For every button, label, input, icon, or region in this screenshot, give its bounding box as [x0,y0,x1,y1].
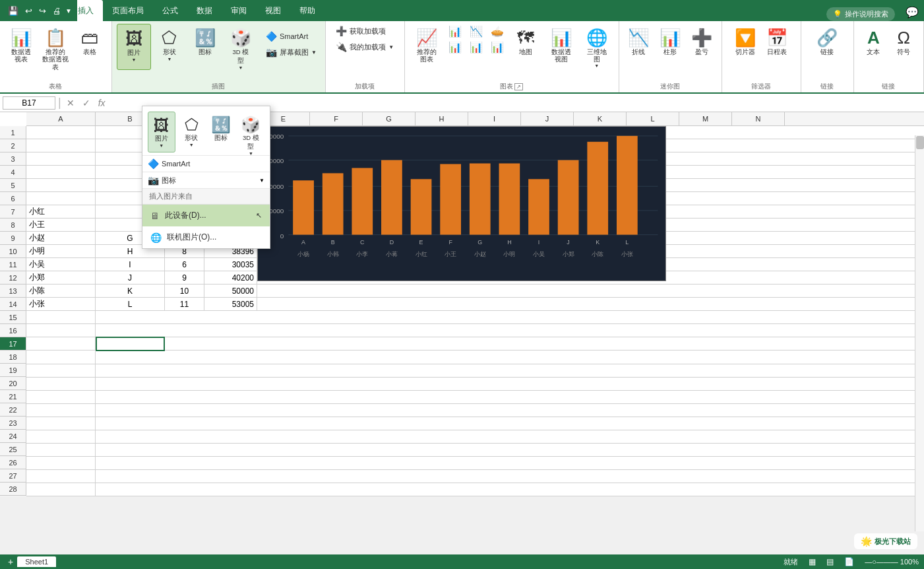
row-header-16[interactable]: 16 [0,324,26,337]
row-header-4[interactable]: 4 [0,166,26,179]
cell-rest-17[interactable] [165,337,924,351]
cell-A12[interactable]: 小郑 [26,271,96,284]
cell-D11[interactable]: 30035 [204,258,257,271]
save-icon[interactable]: 💾 [5,5,21,17]
table-button[interactable]: 🗃 表格 [73,24,106,70]
cell-A16[interactable] [26,324,96,337]
col-header-H[interactable]: H [416,112,468,125]
ribbon-tab-layout[interactable]: 页面布局 [103,0,153,21]
row-header-12[interactable]: 12 [0,271,26,284]
cell-rest-15[interactable] [96,311,924,324]
row-header-19[interactable]: 19 [0,364,26,377]
comment-icon[interactable]: 💬 [900,3,924,21]
recommend-pivot-button[interactable]: 📋 推荐的数据透视表 [39,24,72,70]
row-header-10[interactable]: 10 [0,245,26,258]
row-header-9[interactable]: 9 [0,232,26,245]
row-header-18[interactable]: 18 [0,351,26,364]
chart-container[interactable]: 40000 30000 20000 10000 0 [257,126,666,281]
insert-function-icon[interactable]: fx [96,98,108,108]
cell-A4[interactable] [26,166,96,179]
panel-3dmodel-button[interactable]: 🎲 3D 模型 ▼ [237,112,264,152]
cell-C14[interactable]: 11 [165,298,204,311]
row-header-26[interactable]: 26 [0,456,26,469]
text-button[interactable]: A 文本 [859,24,888,70]
3d-map-button[interactable]: 🌐 三维地图 ▼ [580,24,614,70]
bar-chart-button[interactable]: 📊 [445,24,465,39]
pivot-table-button[interactable]: 📊 数据透视表 [5,24,38,70]
search-box[interactable]: 💡 操作说明搜索 [826,7,895,21]
view-page[interactable]: 📄 [844,557,854,566]
col-header-J[interactable]: J [521,112,574,125]
panel-screenshot-label[interactable]: 图标 [162,176,176,185]
pie-chart-button[interactable]: 🥧 [487,24,507,39]
row-header-6[interactable]: 6 [0,192,26,205]
cell-C11[interactable]: 6 [165,258,204,271]
view-normal[interactable]: ▦ [809,557,816,566]
cell-A17[interactable] [26,337,96,351]
sub-menu-item-device[interactable]: 🖥 此设备(D)... ↖ [142,205,270,226]
cell-A5[interactable] [26,179,96,192]
cell-C12[interactable]: 9 [165,271,204,284]
col-header-A[interactable]: A [26,112,96,125]
cell-A15[interactable] [26,311,96,324]
row-header-8[interactable]: 8 [0,218,26,232]
cell-A11[interactable]: 小吴 [26,258,96,271]
winloss-sparkline-button[interactable]: ➕ 盈亏 [687,24,716,70]
row-header-27[interactable]: 27 [0,469,26,483]
link-button[interactable]: 🔗 链接 [810,24,844,70]
cell-A14[interactable]: 小张 [26,298,96,311]
undo-icon[interactable]: ↩ [22,5,35,17]
scatter-chart-button[interactable]: 📊 [445,40,465,55]
cell-A6[interactable] [26,192,96,205]
3d-model-button[interactable]: 🎲 3D 模型 ▼ [224,24,258,70]
ribbon-tab-review[interactable]: 审阅 [222,0,256,21]
other-chart-button[interactable]: 📊 [487,40,507,55]
column-sparkline-button[interactable]: 📊 柱形 [656,24,685,70]
row-header-3[interactable]: 3 [0,152,26,166]
picture-button[interactable]: 🖼 图片 ▼ [117,24,151,70]
row-header-13[interactable]: 13 [0,284,26,298]
col-header-K[interactable]: K [574,112,627,125]
sheet-tab-1[interactable]: Sheet1 [17,556,56,567]
panel-shapes-button[interactable]: ⬠ 形状 ▼ [178,112,205,152]
cell-A7[interactable]: 小红 [26,205,96,218]
col-header-I[interactable]: I [468,112,521,125]
line-sparkline-button[interactable]: 📉 折线 [624,24,653,70]
cell-A2[interactable] [26,139,96,152]
pivot-chart-button[interactable]: 📊 数据透视图 [544,24,578,70]
ribbon-tab-view[interactable]: 视图 [256,0,290,21]
symbol-button[interactable]: Ω 符号 [889,24,918,70]
row-header-17[interactable]: 17 [0,337,26,351]
shapes-button[interactable]: ⬠ 形状 ▼ [152,24,187,70]
icons-button[interactable]: 🔣 图标 [188,24,222,70]
cell-D13[interactable]: 50000 [204,284,257,298]
timeline-button[interactable]: 📅 日程表 [762,24,791,70]
col-header-G[interactable]: G [363,112,416,125]
col-header-L[interactable]: L [627,112,679,125]
row-header-2[interactable]: 2 [0,139,26,152]
panel-icons-button[interactable]: 🔣 图标 [208,112,235,152]
cell-A9[interactable]: 小赵 [26,232,96,245]
row-header-25[interactable]: 25 [0,443,26,456]
map-button[interactable]: 🗺 地图 [508,24,543,70]
row-header-1[interactable]: 1 [0,126,26,139]
col-header-N[interactable]: N [732,112,785,125]
cell-A8[interactable]: 小王 [26,218,96,232]
zoom-slider[interactable]: —○——— 100% [865,558,919,566]
add-sheet-button[interactable]: + [5,556,16,567]
vertical-scrollbar[interactable] [915,135,924,531]
row-header-23[interactable]: 23 [0,417,26,430]
cell-reference-box[interactable]: B17 [3,96,55,110]
dropdown-icon[interactable]: ▼ [65,7,72,15]
ribbon-tab-formula[interactable]: 公式 [153,0,187,21]
row-header-21[interactable]: 21 [0,390,26,403]
cell-rest-16[interactable] [96,324,924,337]
cell-A13[interactable]: 小陈 [26,284,96,298]
cell-A10[interactable]: 小明 [26,245,96,258]
screenshot-button[interactable]: 📷 屏幕截图 ▼ [262,45,321,59]
row-header-7[interactable]: 7 [0,205,26,218]
smartart-button[interactable]: 🔷 SmartArt [262,29,321,44]
redo-icon[interactable]: ↪ [36,5,49,17]
get-addins-button[interactable]: ➕ 获取加载项 [332,24,398,38]
confirm-formula-icon[interactable]: ✓ [80,98,93,108]
